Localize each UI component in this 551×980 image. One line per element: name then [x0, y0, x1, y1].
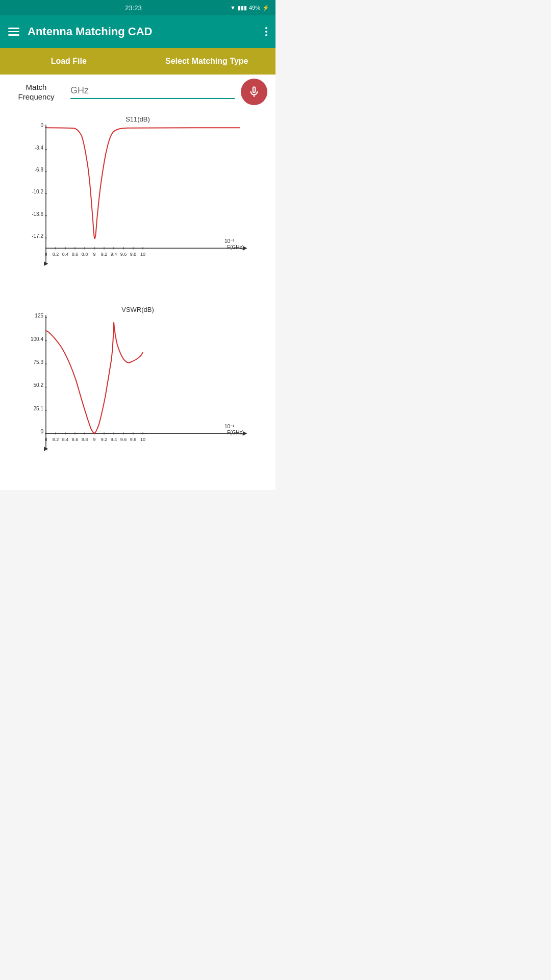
s11-chart: S11(dB) 0 -3.4 -6.8 -10.2 -13.6 -17.2 — [0, 109, 276, 300]
svg-text:8.6: 8.6 — [72, 252, 79, 257]
svg-text:9: 9 — [93, 437, 95, 442]
svg-text:9.6: 9.6 — [120, 252, 127, 257]
svg-text:9.2: 9.2 — [101, 437, 108, 442]
s11-chart-svg: S11(dB) 0 -3.4 -6.8 -10.2 -13.6 -17.2 — [26, 114, 250, 284]
svg-text:8: 8 — [44, 252, 47, 257]
svg-text:10: 10 — [140, 252, 145, 257]
charging-icon: ⚡ — [262, 5, 269, 11]
svg-text:-13.6: -13.6 — [32, 211, 43, 217]
app-title: Antenna Matching CAD — [28, 25, 257, 38]
tab-load-file[interactable]: Load File — [0, 48, 138, 75]
svg-text:9: 9 — [93, 252, 95, 257]
wifi-icon: ▼ — [230, 5, 236, 11]
svg-text:-6.8: -6.8 — [35, 167, 44, 173]
mic-button[interactable] — [241, 79, 267, 105]
svg-text:9.2: 9.2 — [101, 252, 108, 257]
more-options-button[interactable] — [265, 27, 267, 36]
status-icons: ▼ ▮▮▮ 49% ⚡ — [230, 5, 269, 11]
svg-text:8.6: 8.6 — [72, 437, 79, 442]
svg-text:9.4: 9.4 — [111, 437, 117, 442]
mic-icon — [247, 85, 261, 99]
svg-text:8.8: 8.8 — [82, 437, 88, 442]
battery-icon: 49% — [249, 5, 260, 11]
tab-bar: Load File Select Matching Type — [0, 48, 276, 75]
svg-text:10: 10 — [140, 437, 145, 442]
vswr-chart-svg: VSWR(dB) 125 100.4 75.3 50.2 25.1 0 — [26, 305, 250, 475]
vswr-chart: VSWR(dB) 125 100.4 75.3 50.2 25.1 0 — [0, 300, 276, 490]
status-bar: 23:23 ▼ ▮▮▮ 49% ⚡ — [0, 0, 276, 15]
svg-text:F(GHz): F(GHz) — [227, 244, 244, 250]
svg-text:100.4: 100.4 — [31, 336, 43, 342]
vswr-curve — [46, 322, 143, 433]
frequency-input-wrap — [70, 85, 235, 99]
s11-title: S11(dB) — [126, 115, 150, 123]
svg-text:9.8: 9.8 — [130, 437, 137, 442]
svg-text:9.8: 9.8 — [130, 252, 137, 257]
tab-select-matching-type[interactable]: Select Matching Type — [138, 48, 276, 75]
svg-text:8: 8 — [44, 437, 47, 442]
svg-text:8.8: 8.8 — [82, 252, 88, 257]
svg-text:-17.2: -17.2 — [32, 233, 43, 239]
vswr-title: VSWR(dB) — [121, 306, 154, 313]
svg-text:8.2: 8.2 — [53, 437, 59, 442]
svg-text:8.2: 8.2 — [53, 252, 59, 257]
s11-curve — [46, 128, 240, 238]
svg-text:9.6: 9.6 — [120, 437, 127, 442]
app-bar: Antenna Matching CAD — [0, 15, 276, 48]
svg-text:0: 0 — [40, 429, 43, 434]
svg-text:-3.4: -3.4 — [35, 145, 44, 151]
svg-text:F(GHz): F(GHz) — [227, 430, 244, 435]
svg-text:10⁻¹: 10⁻¹ — [224, 424, 235, 429]
svg-text:0: 0 — [40, 122, 43, 128]
svg-text:8.4: 8.4 — [62, 437, 69, 442]
svg-text:-10.2: -10.2 — [32, 189, 43, 194]
status-time: 23:23 — [37, 4, 230, 12]
hamburger-menu-button[interactable] — [8, 28, 19, 36]
svg-text:125: 125 — [35, 313, 43, 318]
frequency-input-row: MatchFrequency — [0, 75, 276, 109]
charts-area: S11(dB) 0 -3.4 -6.8 -10.2 -13.6 -17.2 — [0, 109, 276, 490]
svg-text:8.4: 8.4 — [62, 252, 69, 257]
svg-text:10⁻¹: 10⁻¹ — [224, 238, 235, 244]
svg-text:9.4: 9.4 — [111, 252, 117, 257]
signal-icon: ▮▮▮ — [238, 5, 247, 11]
svg-text:75.3: 75.3 — [34, 359, 44, 365]
svg-text:50.2: 50.2 — [34, 382, 44, 388]
frequency-input[interactable] — [70, 85, 235, 96]
svg-text:25.1: 25.1 — [34, 406, 44, 411]
frequency-label: MatchFrequency — [8, 82, 64, 102]
